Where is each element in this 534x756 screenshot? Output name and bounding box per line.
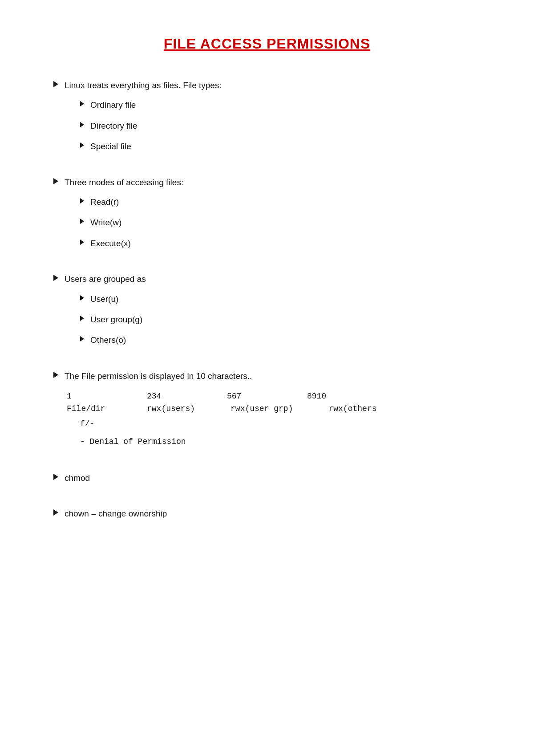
sub-item-text: User(u) (90, 293, 118, 306)
perm-cell-8910: 8910 (307, 392, 352, 401)
perm-cell-filedir: File/dir (67, 404, 111, 413)
main-bullet-text: Three modes of accessing files: (65, 176, 183, 189)
perm-note-denial: - Denial of Permission (80, 435, 481, 449)
page-title: FILE ACCESS PERMISSIONS (53, 36, 481, 52)
main-bullet-text: chown – change ownership (65, 507, 167, 520)
section-user-groups: Users are grouped as User(u) User group(… (53, 272, 481, 347)
sub-arrow-icon (80, 198, 84, 203)
bullet-arrow-icon (53, 178, 58, 184)
sub-item-text: Read(r) (90, 195, 119, 209)
bullet-arrow-icon (53, 372, 58, 378)
perm-row-numbers: 1 234 567 8910 (67, 392, 481, 401)
sub-arrow-icon (80, 240, 84, 245)
sub-item-text: Write(w) (90, 216, 121, 229)
main-bullet-chmod: chmod (53, 471, 481, 485)
sub-arrow-icon (80, 219, 84, 224)
perm-cell-1: 1 (67, 392, 111, 401)
sub-item-execute: Execute(x) (80, 237, 481, 250)
perm-cell-rwx-usergrp: rwx(user grp) (231, 404, 293, 413)
sub-list-access-modes: Read(r) Write(w) Execute(x) (80, 195, 481, 250)
perm-note-fdir: f/- (80, 417, 481, 431)
sub-item-user-group: User group(g) (80, 313, 481, 326)
sub-list-user-groups: User(u) User group(g) Others(o) (80, 293, 481, 347)
main-bullet-file-permission: The File permission is displayed in 10 c… (53, 370, 481, 383)
main-bullet-text: chmod (65, 471, 90, 485)
perm-row-labels: File/dir rwx(users) rwx(user grp) rwx(ot… (67, 404, 481, 413)
sub-item-read: Read(r) (80, 195, 481, 209)
section-chown: chown – change ownership (53, 507, 481, 520)
sub-item-text: User group(g) (90, 313, 142, 326)
sub-item-ordinary: Ordinary file (80, 98, 481, 112)
sub-item-text: Special file (90, 140, 131, 153)
main-bullet-file-types: Linux treats everything as files. File t… (53, 79, 481, 92)
main-bullet-text: The File permission is displayed in 10 c… (65, 370, 252, 383)
section-chmod: chmod (53, 471, 481, 485)
sub-item-others: Others(o) (80, 333, 481, 347)
bullet-arrow-icon (53, 509, 58, 516)
section-access-modes: Three modes of accessing files: Read(r) … (53, 176, 481, 251)
main-bullet-text: Linux treats everything as files. File t… (65, 79, 222, 92)
perm-cell-567: 567 (227, 392, 271, 401)
bullet-arrow-icon (53, 81, 58, 87)
section-file-types: Linux treats everything as files. File t… (53, 79, 481, 154)
sub-arrow-icon (80, 295, 84, 301)
perm-cell-rwx-users: rwx(users) (147, 404, 195, 413)
bullet-arrow-icon (53, 275, 58, 281)
sub-item-directory: Directory file (80, 119, 481, 133)
sub-item-text: Ordinary file (90, 98, 136, 112)
sub-item-text: Directory file (90, 119, 138, 133)
sub-arrow-icon (80, 122, 84, 127)
perm-cell-rwx-others: rwx(others (328, 404, 376, 413)
perm-cell-234: 234 (147, 392, 191, 401)
sub-item-user: User(u) (80, 293, 481, 306)
sub-item-write: Write(w) (80, 216, 481, 229)
sub-arrow-icon (80, 336, 84, 341)
main-bullet-chown: chown – change ownership (53, 507, 481, 520)
sub-item-special: Special file (80, 140, 481, 153)
section-file-permission: The File permission is displayed in 10 c… (53, 370, 481, 449)
main-bullet-user-groups: Users are grouped as (53, 272, 481, 286)
sub-item-text: Others(o) (90, 333, 126, 347)
sub-list-file-types: Ordinary file Directory file Special fil… (80, 98, 481, 153)
sub-arrow-icon (80, 101, 84, 106)
bullet-arrow-icon (53, 474, 58, 480)
sub-arrow-icon (80, 142, 84, 148)
permission-table: 1 234 567 8910 File/dir rwx(users) rwx(u… (67, 392, 481, 449)
main-bullet-text: Users are grouped as (65, 272, 146, 286)
sub-item-text: Execute(x) (90, 237, 131, 250)
main-bullet-access-modes: Three modes of accessing files: (53, 176, 481, 189)
sub-arrow-icon (80, 316, 84, 321)
